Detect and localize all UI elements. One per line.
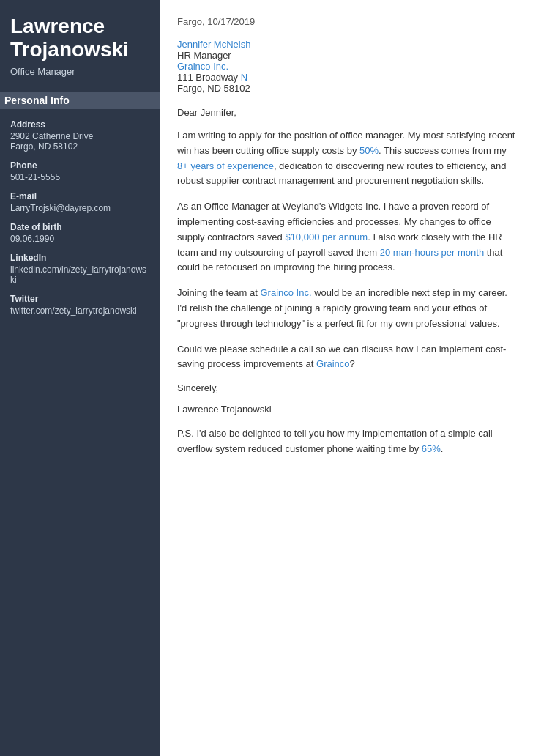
phone-value: 501-21-5555: [10, 172, 149, 182]
paragraph-3: Joining the team at Grainco Inc. would b…: [177, 286, 515, 331]
para2-highlight2: 20 man-hours per month: [380, 247, 484, 258]
candidate-title: Office Manager: [10, 66, 149, 77]
para1-highlight2: 8+ years of experience: [177, 160, 274, 171]
paragraph-2: As an Office Manager at Weyland's Widget…: [177, 199, 515, 275]
ps-text: P.S. I'd also be delighted to tell you h…: [177, 426, 515, 457]
address-line1: 2902 Catherine Drive: [10, 131, 149, 141]
twitter-block: Twitter twitter.com/zety_larrytrojanowsk…: [10, 294, 149, 316]
dob-block: Date of birth 09.06.1990: [10, 222, 149, 244]
dob-value: 09.06.1990: [10, 234, 149, 244]
salutation: Dear Jennifer,: [177, 107, 515, 118]
para2-highlight1: $10,000 per annum: [285, 231, 368, 242]
twitter-label: Twitter: [10, 294, 149, 304]
email-block: E-mail LarryTrojski@dayrep.com: [10, 191, 149, 213]
para3-text1: Joining the team at: [177, 287, 260, 298]
para3-highlight1: Grainco Inc.: [260, 287, 311, 298]
paragraph-1: I am writing to apply for the position o…: [177, 128, 515, 189]
recipient-name: Jennifer McNeish: [177, 39, 515, 50]
street-text: 111 Broadway: [177, 72, 241, 83]
email-value: LarryTrojski@dayrep.com: [10, 203, 149, 213]
phone-block: Phone 501-21-5555: [10, 160, 149, 182]
candidate-name: Lawrence Trojanowski: [10, 15, 149, 62]
recipient-city: Fargo, ND 58102: [177, 83, 515, 94]
page-container: Lawrence Trojanowski Office Manager Pers…: [0, 0, 533, 756]
phone-label: Phone: [10, 160, 149, 171]
letter-date: Fargo, 10/17/2019: [177, 16, 515, 27]
recipient-company: Grainco Inc.: [177, 61, 515, 72]
main-content: Fargo, 10/17/2019 Jennifer McNeish HR Ma…: [160, 0, 533, 756]
address-label: Address: [10, 119, 149, 130]
closing-block: Sincerely, Lawrence Trojanowski: [177, 382, 515, 415]
address-block: Address 2902 Catherine Drive Fargo, ND 5…: [10, 119, 149, 152]
dob-label: Date of birth: [10, 222, 149, 232]
personal-info-header: Personal Info: [0, 92, 160, 109]
street-highlight: N: [241, 72, 247, 83]
linkedin-block: LinkedIn linkedin.com/in/zety_larrytroja…: [10, 253, 149, 285]
twitter-value: twitter.com/zety_larrytrojanowski: [10, 305, 149, 316]
address-line2: Fargo, ND 58102: [10, 141, 149, 152]
ps-highlight: 65%: [422, 443, 441, 454]
ps-period: .: [441, 443, 444, 454]
sender-name: Lawrence Trojanowski: [177, 404, 515, 415]
recipient-street: 111 Broadway N: [177, 72, 515, 83]
linkedin-label: LinkedIn: [10, 253, 149, 263]
ps-label: P.S. I'd also be delighted to tell you h…: [177, 428, 493, 454]
sidebar: Lawrence Trojanowski Office Manager Pers…: [0, 0, 160, 756]
email-label: E-mail: [10, 191, 149, 201]
closing-text: Sincerely,: [177, 382, 515, 393]
para4-highlight1: Grainco: [316, 358, 350, 369]
paragraph-4: Could we please schedule a call so we ca…: [177, 342, 515, 373]
para1-text2: . This success comes from my: [379, 145, 507, 156]
para1-highlight1: 50%: [359, 145, 379, 156]
linkedin-value: linkedin.com/in/zety_larrytrojanowski: [10, 264, 149, 285]
recipient-title: HR Manager: [177, 50, 515, 61]
recipient-block: Jennifer McNeish HR Manager Grainco Inc.…: [177, 39, 515, 94]
para4-text2: ?: [350, 358, 355, 369]
